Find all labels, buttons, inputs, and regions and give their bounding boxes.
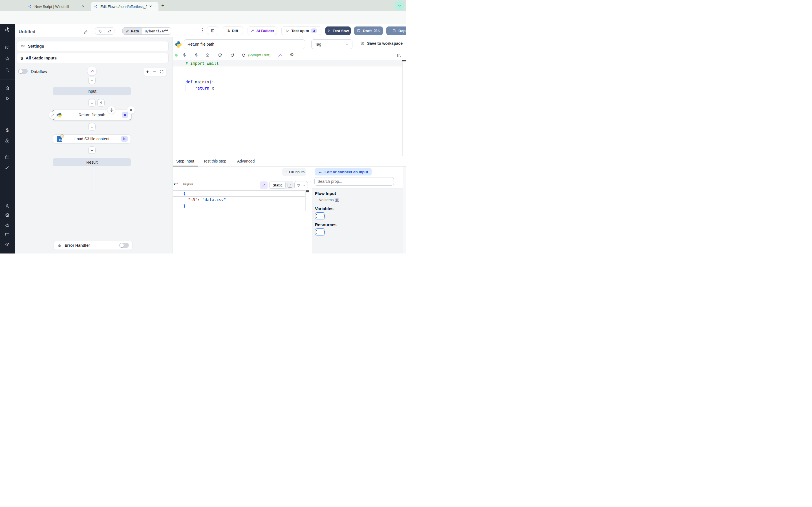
insert-trigger-button[interactable] <box>97 99 105 107</box>
ai-flow-wand-button[interactable] <box>87 66 96 75</box>
resources-braces-button[interactable]: {...} <box>315 228 325 235</box>
folders-icon[interactable] <box>5 232 10 237</box>
draft-button[interactable]: Draft ⌘S <box>354 26 383 35</box>
save-to-workspace-button[interactable]: Save to workspace <box>360 41 403 46</box>
diff-label: Diff <box>232 29 238 33</box>
path-button[interactable]: Path <box>123 27 142 35</box>
error-handler-toggle[interactable] <box>119 243 129 248</box>
zoom-in-icon[interactable]: + <box>146 69 149 74</box>
ai-builder-button[interactable]: AI Builder <box>248 26 277 35</box>
tab-advanced[interactable]: Advanced <box>237 159 255 163</box>
dataflow-toggle[interactable] <box>18 69 28 74</box>
package-icon[interactable] <box>205 53 210 57</box>
more-options-kebab-icon[interactable]: ⋮ <box>200 28 205 33</box>
arg-ai-wand-button[interactable] <box>260 181 267 189</box>
book-icon <box>210 29 215 33</box>
search-prop-input[interactable] <box>314 177 394 186</box>
package-icon[interactable] <box>218 53 222 57</box>
save-icon <box>360 41 365 46</box>
zoom-out-icon[interactable]: − <box>153 69 156 74</box>
chevron-down-icon <box>345 43 349 46</box>
step-node-b[interactable]: TS Load S3 file content b <box>53 134 131 144</box>
connect-input-button[interactable]: → <box>294 181 308 189</box>
flow-settings-row[interactable]: Settings <box>17 41 168 51</box>
reload-icon[interactable] <box>241 53 246 57</box>
library-icon[interactable] <box>396 53 401 58</box>
step-b-title: Load S3 file content <box>74 136 109 141</box>
draft-label: Draft <box>363 29 372 33</box>
insert-step-button[interactable]: + <box>88 99 96 107</box>
json-input-editor[interactable]: { "s3": "data.csv"} <box>173 190 309 211</box>
new-tab-button[interactable]: + <box>161 3 164 9</box>
edit-step-button[interactable] <box>49 112 56 119</box>
tab-close-icon[interactable]: ✕ <box>149 4 152 8</box>
redo-button[interactable] <box>105 29 114 33</box>
variables-icon[interactable]: $ <box>5 128 10 133</box>
settings-gear-icon[interactable]: ⚙ <box>4 213 10 218</box>
json-scrollbar-handle[interactable] <box>306 190 309 192</box>
workspace-icon[interactable] <box>5 45 10 50</box>
lint-status[interactable]: (Pyright Ruff) <box>248 53 270 57</box>
runs-icon[interactable] <box>5 96 10 101</box>
insert-step-button[interactable]: + <box>88 123 96 130</box>
typescript-icon: TS <box>57 136 62 142</box>
flow-graph-panel: Settings $ All Static Inputs Dataflow + … <box>15 37 172 253</box>
flow-result-node[interactable]: Result <box>53 158 131 166</box>
fit-view-icon[interactable] <box>160 70 164 74</box>
ai-wand-icon[interactable] <box>278 53 282 57</box>
editor-scrollbar-handle[interactable] <box>402 60 406 61</box>
home-icon[interactable] <box>5 86 10 91</box>
all-static-inputs-row[interactable]: $ All Static Inputs <box>17 53 168 63</box>
arg-row-label: x * object <box>173 181 193 186</box>
resources-icon[interactable] <box>5 138 10 143</box>
sidebar-divider <box>0 35 15 35</box>
tab-search-button[interactable] <box>395 1 404 10</box>
path-value[interactable]: u/henri/eff <box>142 27 171 35</box>
edit-name-pencil-icon[interactable] <box>84 30 88 34</box>
delete-step-button[interactable]: ✕ <box>127 106 135 114</box>
diff-button[interactable]: ± Diff <box>223 26 243 35</box>
code-editor[interactable]: # import wmill def main(x): return x <box>173 60 406 156</box>
reload-icon[interactable] <box>230 53 235 57</box>
test-flow-button[interactable]: Test flow <box>325 26 351 35</box>
fill-inputs-button[interactable]: Fill inputs <box>282 168 306 176</box>
function-mode-icon[interactable]: ƒ <box>288 183 292 187</box>
tab-step-input[interactable]: Step Input <box>176 159 194 163</box>
docs-button[interactable] <box>207 26 218 35</box>
variables-picker-icon[interactable]: $ <box>183 52 186 57</box>
static-mode-chip[interactable]: Static <box>269 182 286 189</box>
browser-tab-strip: New Script | Windmill ✕ Edit Flow u/henr… <box>0 0 406 11</box>
resources-picker-icon[interactable]: $ <box>195 52 197 57</box>
browser-tab-inactive[interactable]: New Script | Windmill ✕ <box>25 2 89 11</box>
flow-input-node[interactable]: Input <box>53 87 131 95</box>
search-icon[interactable] <box>5 68 10 73</box>
workers-robot-icon[interactable] <box>5 223 10 228</box>
error-handler-row[interactable]: Error Handler <box>54 241 133 250</box>
tab-test-this-step[interactable]: Test this step <box>203 159 226 163</box>
test-up-to-button[interactable]: Test up to a <box>282 26 321 35</box>
browser-tab-active[interactable]: Edit Flow u/henri/effortless_fl ✕ <box>91 2 158 11</box>
undo-button[interactable] <box>95 29 105 33</box>
editor-scrollbar-track[interactable] <box>402 60 406 156</box>
insert-step-button[interactable]: + <box>88 147 96 154</box>
step-name-input[interactable]: Return file path <box>184 40 305 49</box>
edit-or-connect-button[interactable]: ← Edit or connect an input <box>315 168 371 175</box>
step-node-a[interactable]: Return file path a ✕ <box>52 110 132 120</box>
move-step-button[interactable] <box>107 106 115 114</box>
triggers-icon[interactable] <box>5 165 10 170</box>
editor-settings-gear-icon[interactable]: ⚙ <box>290 52 294 57</box>
insert-step-button[interactable]: + <box>88 76 96 84</box>
panel-scrollbar-track[interactable] <box>403 166 406 253</box>
flow-name[interactable]: Untitled <box>18 29 36 34</box>
tab-close-icon[interactable]: ✕ <box>82 4 85 8</box>
windmill-logo[interactable] <box>4 26 11 33</box>
audit-eye-icon[interactable] <box>5 242 10 247</box>
ai-builder-label: AI Builder <box>256 29 274 33</box>
variables-braces-button[interactable]: {...} <box>315 212 325 219</box>
users-icon[interactable] <box>5 203 10 209</box>
schedules-icon[interactable] <box>5 155 10 160</box>
save-icon <box>357 29 361 33</box>
favorites-star-icon[interactable] <box>5 56 10 61</box>
deploy-button[interactable]: Deploy <box>386 26 406 35</box>
tag-select[interactable]: Tag <box>311 40 352 49</box>
